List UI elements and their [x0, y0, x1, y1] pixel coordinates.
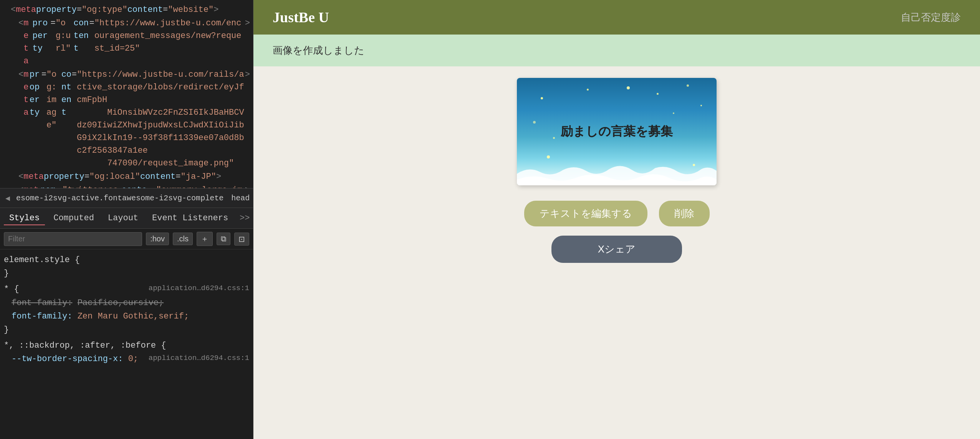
css-prop-2: font-family: Zen Maru Gothic,serif; [4, 310, 249, 323]
star-6 [700, 105, 702, 106]
code-line-4: <meta property="og:local" content="ja-JP… [0, 170, 253, 183]
star-3 [627, 86, 630, 89]
bracket: < [11, 3, 16, 16]
css-tw-border-val: 0; [128, 354, 138, 364]
tab-event-listeners[interactable]: Event Listeners [147, 211, 233, 225]
tab-layout[interactable]: Layout [103, 211, 144, 225]
star-2 [587, 89, 589, 91]
app-logo: JustBe U [273, 9, 329, 26]
css-source-1: application…d6294.css:1 [149, 282, 249, 294]
action-buttons-row: テキストを編集する 削除 [524, 201, 710, 226]
hov-button[interactable]: :hov [146, 233, 169, 245]
star-5 [687, 84, 689, 87]
css-source-2: application…d6294.css:1 [149, 352, 249, 364]
filter-input[interactable] [4, 232, 142, 246]
css-close-brace-2: } [4, 325, 9, 335]
styles-tabs: Styles Computed Layout Event Listeners >… [0, 208, 253, 229]
css-font-val-1: Pacifico,cursive; [78, 298, 164, 308]
share-button[interactable]: Xシェア [551, 236, 682, 263]
code-area: <meta property="og:type" content="websit… [0, 0, 253, 188]
copy-style-button[interactable]: ⧉ [217, 233, 230, 245]
equals: = [77, 3, 82, 16]
success-message: 画像を作成しました [273, 45, 364, 57]
star-7 [533, 121, 536, 124]
wave-svg [517, 162, 717, 185]
star-8 [553, 137, 555, 139]
css-star-selector: * { [4, 284, 19, 294]
css-font-family-2: font-family: [12, 312, 72, 321]
breadcrumb-item-1[interactable]: esome-i2svg-active.fontawesome-i2svg-com… [12, 192, 227, 204]
css-rule-backdrop: *, ::backdrop, :after, :before { applica… [4, 339, 249, 366]
css-prop-1: font-family: Pacifico,cursive; [4, 296, 249, 310]
css-font-val-2: Zen Maru Gothic,serif; [78, 312, 189, 321]
app-panel: JustBe U 自己否定度診 画像を作成しました [253, 0, 980, 439]
delete-button[interactable]: 削除 [659, 201, 710, 226]
css-rule-star: * { application…d6294.css:1 font-family:… [4, 282, 249, 337]
code-line-3: <meta property="og:image" content="https… [0, 68, 253, 170]
image-card: 励ましの言葉を募集 [517, 78, 717, 185]
toggle-style-button[interactable]: ⊡ [234, 233, 249, 246]
css-backdrop-selector: *, ::backdrop, :after, :before { [4, 341, 166, 350]
edit-button[interactable]: テキストを編集する [524, 201, 647, 226]
add-style-button[interactable]: ＋ [197, 232, 213, 246]
breadcrumb-prev[interactable]: ◀ [3, 192, 12, 205]
tab-computed[interactable]: Computed [48, 211, 99, 225]
image-bg: 励ましの言葉を募集 [517, 78, 717, 185]
attr-val: "og:type" [82, 3, 127, 16]
tab-more[interactable]: >> [237, 212, 253, 224]
image-text: 励ましの言葉を募集 [561, 123, 673, 140]
star-9 [547, 155, 550, 158]
app-header: JustBe U 自己否定度診 [253, 0, 980, 35]
app-nav-text: 自己否定度診 [901, 11, 961, 24]
attr-val2: "website" [168, 3, 214, 16]
breadcrumb-item-2[interactable]: head [227, 192, 253, 204]
devtools-panel: <meta property="og:type" content="websit… [0, 0, 253, 439]
code-line-5: <meta name="twitter:card" content="summa… [0, 183, 253, 188]
tab-styles[interactable]: Styles [4, 211, 45, 225]
star-11 [673, 112, 674, 114]
css-selector: element.style { [4, 255, 80, 265]
css-tw-border: --tw-border-spacing-x: [12, 354, 123, 364]
breadcrumb-bar: ◀ esome-i2svg-active.fontawesome-i2svg-c… [0, 188, 253, 208]
css-close-brace: } [4, 269, 9, 278]
code-line-2: <meta property="og:url" content="https:/… [0, 17, 253, 68]
attr-content: content [127, 3, 163, 16]
tag-meta: meta [16, 3, 36, 16]
star-4 [657, 93, 659, 95]
filter-bar: :hov .cls ＋ ⧉ ⊡ [0, 229, 253, 249]
css-font-family-1: font-family: [12, 298, 72, 308]
cls-button[interactable]: .cls [173, 233, 193, 245]
css-rule-element-style: element.style { } [4, 253, 249, 280]
star-1 [541, 97, 543, 99]
success-banner: 画像を作成しました [253, 35, 980, 66]
code-line-1: <meta property="og:type" content="websit… [0, 3, 253, 17]
styles-area: element.style { } * { application…d6294.… [0, 249, 253, 439]
attr-property: property [36, 3, 77, 16]
app-content: 励ましの言葉を募集 テキストを編集する 削除 Xシェア [253, 66, 980, 439]
